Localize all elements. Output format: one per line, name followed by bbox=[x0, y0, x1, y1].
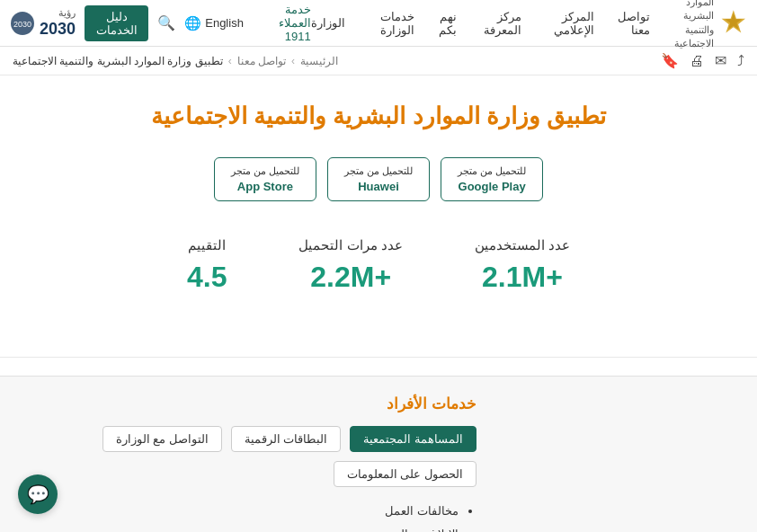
bottom-inner: خدمات الأفراد المساهمة المجتمعية البطاقا… bbox=[27, 395, 730, 532]
nav-left: خدمة العملاء 1911 English 🌐 🔍 دليل الخدم… bbox=[9, 3, 311, 43]
toolbar-icons: ⤴ ✉ 🖨 🔖 bbox=[661, 52, 744, 69]
nav-contact[interactable]: تواصل معنا bbox=[607, 10, 650, 37]
page-title: تطبيق وزارة الموارد البشرية والتنمية الا… bbox=[19, 102, 738, 130]
ministry-text: الموارد البشرية والتنمية الاجتماعية bbox=[655, 0, 715, 50]
top-navigation: الموارد البشرية والتنمية الاجتماعية تواص… bbox=[0, 0, 757, 47]
breadcrumb-contact[interactable]: تواصل معنا bbox=[237, 55, 286, 67]
chat-button[interactable]: 💬 bbox=[18, 474, 58, 514]
language-toggle[interactable]: English 🌐 bbox=[184, 15, 244, 31]
vision-icon: 2030 bbox=[9, 10, 36, 37]
app-store-button[interactable]: للتحميل من متجر App Store bbox=[214, 157, 316, 201]
vision-text: رؤية bbox=[40, 7, 76, 19]
services-block: خدمات الأفراد المساهمة المجتمعية البطاقا… bbox=[27, 395, 476, 532]
breadcrumb-sep1: › bbox=[291, 55, 295, 67]
globe-icon: 🌐 bbox=[184, 15, 201, 31]
tab-contact[interactable]: التواصل مع الوزارة bbox=[102, 426, 222, 452]
chat-icon: 💬 bbox=[27, 483, 49, 505]
vision-year: 2030 bbox=[40, 20, 76, 39]
stat-rating: التقييم 4.5 bbox=[187, 237, 227, 294]
vision-logo: رؤية 2030 2030 bbox=[9, 7, 76, 38]
list-item: مخالفات العمل bbox=[27, 500, 459, 523]
search-icon[interactable]: 🔍 bbox=[157, 14, 175, 31]
stats-row: عدد المستخدمين +2.1M عدد مرات التحميل +2… bbox=[19, 237, 738, 294]
tab-digital[interactable]: البطاقات الرقمية bbox=[231, 426, 342, 452]
toolbar: ⤴ ✉ 🖨 🔖 الرئيسية › تواصل معنا › تطبيق وز… bbox=[0, 47, 757, 75]
main-nav-links: تواصل معنا المركز الإعلامي مركز المعرفة … bbox=[311, 10, 650, 37]
nav-services[interactable]: خدمات الوزارة bbox=[358, 10, 414, 37]
list-item: الإبلاغ عن المتعففين bbox=[27, 523, 459, 532]
tab-community[interactable]: المساهمة المجتمعية bbox=[350, 426, 476, 452]
nav-right: الموارد البشرية والتنمية الاجتماعية تواص… bbox=[311, 0, 748, 50]
bookmark-icon[interactable]: 🔖 bbox=[661, 52, 679, 69]
ministry-logo: الموارد البشرية والتنمية الاجتماعية bbox=[655, 0, 748, 50]
print-icon[interactable]: 🖨 bbox=[690, 53, 704, 69]
stat-downloads: عدد مرات التحميل +2.2M bbox=[298, 237, 402, 294]
breadcrumb-current: تطبيق وزارة الموارد البشرية والتنمية الا… bbox=[13, 55, 223, 67]
nav-knowledge[interactable]: مركز المعرفة bbox=[469, 10, 521, 37]
english-label: English bbox=[205, 16, 244, 30]
services-tabs: المساهمة المجتمعية البطاقات الرقمية التو… bbox=[27, 426, 476, 487]
svg-text:2030: 2030 bbox=[13, 20, 31, 29]
bottom-section: خدمات الأفراد المساهمة المجتمعية البطاقا… bbox=[0, 376, 757, 532]
breadcrumb-home[interactable]: الرئيسية bbox=[300, 55, 338, 67]
breadcrumb: الرئيسية › تواصل معنا › تطبيق وزارة المو… bbox=[13, 55, 338, 67]
services-title: خدمات الأفراد bbox=[27, 395, 476, 413]
dalil-button[interactable]: دليل الخدمات bbox=[85, 5, 148, 41]
customer-service-label: خدمة العملاء 1911 bbox=[253, 3, 311, 43]
share-icon[interactable]: ⤴ bbox=[737, 53, 744, 69]
nav-media[interactable]: المركز الإعلامي bbox=[534, 10, 594, 37]
google-play-button[interactable]: للتحميل من متجر Google Play bbox=[441, 157, 543, 201]
ministry-star-icon bbox=[719, 6, 748, 40]
services-list: مخالفات العمل الإبلاغ عن المتعففين الإبل… bbox=[27, 500, 476, 532]
tab-info[interactable]: الحصول على المعلومات bbox=[334, 461, 476, 487]
nav-care[interactable]: نهم بكم bbox=[427, 10, 458, 37]
download-buttons-row: للتحميل من متجر Google Play للتحميل من م… bbox=[19, 157, 738, 201]
main-content: تطبيق وزارة الموارد البشرية والتنمية الا… bbox=[1, 75, 756, 357]
stat-users: عدد المستخدمين +2.1M bbox=[475, 237, 570, 294]
breadcrumb-sep2: › bbox=[228, 55, 232, 67]
huawei-button[interactable]: للتحميل من متجر Huawei bbox=[327, 157, 430, 201]
dalil-label: دليل الخدمات bbox=[96, 10, 138, 37]
email-icon[interactable]: ✉ bbox=[715, 52, 726, 69]
nav-ministry[interactable]: الوزارة bbox=[311, 16, 345, 30]
